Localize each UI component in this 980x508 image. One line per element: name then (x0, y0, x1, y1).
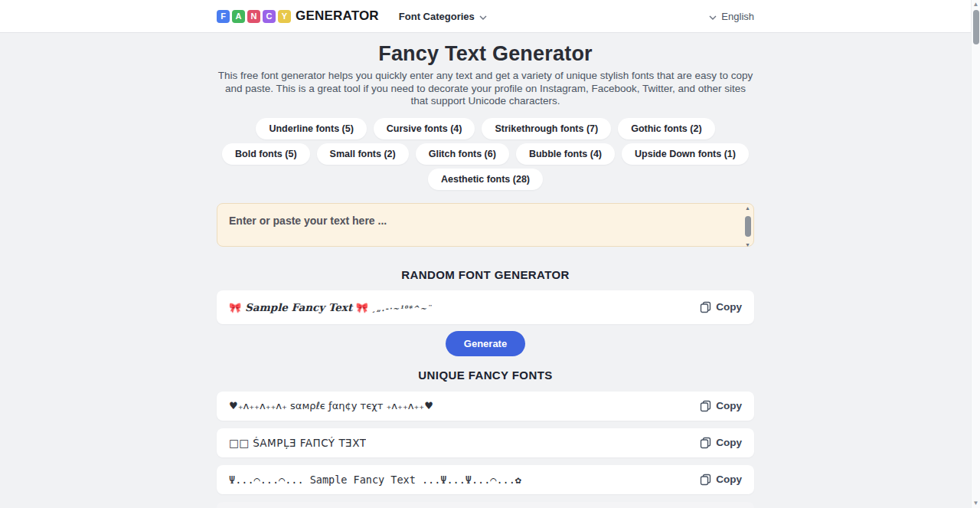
copy-icon (700, 301, 711, 313)
copy-label: Copy (716, 301, 742, 313)
scroll-down-icon[interactable]: ▼ (973, 500, 979, 507)
bow-emoji: 🎀 (229, 302, 241, 313)
copy-icon (700, 400, 711, 412)
site-logo[interactable]: F A N C Y GENERATOR (217, 8, 379, 24)
top-navbar: F A N C Y GENERATOR Font Categories Eng (0, 0, 971, 33)
text-input-wrap: ▲ ▼ (217, 203, 754, 250)
page-title: Fancy Text Generator (217, 42, 754, 66)
logo-text: GENERATOR (296, 8, 379, 24)
scrollbar-thumb[interactable] (745, 216, 751, 237)
font-categories-label: Font Categories (399, 11, 475, 22)
category-upside-down-fonts[interactable]: Upside Down fonts (1) (622, 143, 749, 165)
chevron-down-icon (479, 11, 487, 22)
scroll-down-icon[interactable]: ▼ (745, 242, 750, 247)
logo-letter-y: Y (278, 10, 291, 23)
copy-label: Copy (716, 437, 742, 448)
category-bubble-fonts[interactable]: Bubble fonts (4) (516, 143, 615, 165)
copy-button[interactable]: Copy (700, 437, 742, 449)
font-row-serif-quoted: “Sample Fancy Text” Copy (217, 502, 754, 508)
category-gothic-fonts[interactable]: Gothic fonts (2) (618, 118, 714, 139)
copy-icon (700, 474, 711, 486)
font-row-runic: □□ ŚAMPĻƎ FAΠCÝ TƎXT Copy (217, 428, 754, 457)
category-strikethrough-fonts[interactable]: Strikethrough fonts (7) (482, 118, 611, 139)
random-sample-row: 🎀 Sample Fancy Text 🎀 ¸„.-·~¹⁰*^~¨ Copy (217, 290, 754, 324)
random-font-heading: RANDOM FONT GENERATOR (217, 268, 754, 281)
unique-fonts-heading: UNIQUE FANCY FONTS (217, 369, 754, 382)
logo-letter-tiles: F A N C Y (217, 10, 291, 23)
fancy-text: □□ ŚAMPĻƎ FAΠCÝ TƎXT (229, 437, 366, 449)
category-underline-fonts[interactable]: Underline fonts (5) (256, 118, 366, 139)
language-label: English (721, 11, 754, 22)
language-selector[interactable]: English (709, 11, 754, 22)
random-sample-text: 🎀 Sample Fancy Text 🎀 ¸„.-·~¹⁰*^~¨ (229, 301, 432, 313)
category-pill-list: Underline fonts (5) Cursive fonts (4) St… (217, 118, 754, 190)
page: F A N C Y GENERATOR Font Categories Eng (0, 0, 971, 508)
logo-letter-c: C (263, 10, 276, 23)
font-categories-dropdown[interactable]: Font Categories (399, 11, 487, 22)
scrollbar-thumb[interactable] (973, 10, 979, 44)
scroll-up-icon[interactable]: ▲ (973, 1, 979, 8)
fancy-text: ♥₊ʌ₊₊ʌ₊₊ʌ₊ ѕαмρℓє ƒαη¢у тєχт ₊ʌ₊₊ʌ₊₊♥ (229, 400, 433, 411)
copy-button[interactable]: Copy (700, 400, 742, 412)
copy-button[interactable]: Copy (700, 301, 742, 313)
browser-scrollbar[interactable]: ▲ ▼ (971, 0, 980, 508)
copy-button[interactable]: Copy (700, 474, 742, 486)
copy-icon (700, 437, 711, 449)
chevron-down-icon (709, 11, 717, 22)
logo-letter-n: N (247, 10, 260, 23)
copy-label: Copy (716, 474, 742, 485)
text-input[interactable] (217, 203, 754, 247)
textarea-scrollbar[interactable]: ▲ ▼ (743, 205, 752, 247)
font-row-trident: Ψ...⌒...⌒... Sample Fancy Text ...Ψ...Ψ.… (217, 465, 754, 494)
category-aesthetic-fonts[interactable]: Aesthetic fonts (28) (428, 169, 543, 190)
category-small-fonts[interactable]: Small fonts (2) (317, 143, 409, 165)
category-bold-fonts[interactable]: Bold fonts (5) (222, 143, 310, 165)
logo-letter-a: A (232, 10, 245, 23)
bow-emoji: 🎀 (356, 302, 368, 313)
font-row-heartbeat: ♥₊ʌ₊₊ʌ₊₊ʌ₊ ѕαмρℓє ƒαη¢у тєχт ₊ʌ₊₊ʌ₊₊♥ Co… (217, 392, 754, 421)
fancy-text: Ψ...⌒...⌒... Sample Fancy Text ...Ψ...Ψ.… (229, 474, 521, 486)
unique-fonts-list: ♥₊ʌ₊₊ʌ₊₊ʌ₊ ѕαмρℓє ƒαη¢у тєχт ₊ʌ₊₊ʌ₊₊♥ Co… (217, 392, 754, 508)
sample-decor-text: ¸„.-·~¹⁰*^~¨ (372, 304, 432, 313)
generate-button[interactable]: Generate (446, 331, 525, 356)
scroll-up-icon[interactable]: ▲ (745, 205, 750, 211)
sample-text: Sample Fancy Text (245, 301, 352, 313)
page-description: This free font generator helps you quick… (217, 70, 754, 108)
category-glitch-fonts[interactable]: Glitch fonts (6) (416, 143, 509, 165)
logo-letter-f: F (217, 10, 230, 23)
copy-label: Copy (716, 400, 742, 411)
category-cursive-fonts[interactable]: Cursive fonts (4) (374, 118, 475, 139)
